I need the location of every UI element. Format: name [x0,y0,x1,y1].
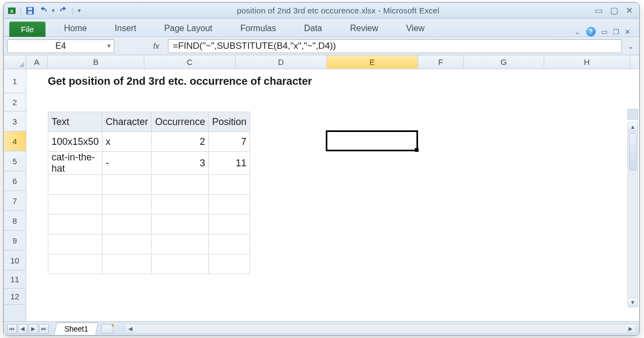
table-cell[interactable]: 100x15x50 [48,132,103,152]
maximize-icon[interactable]: ▢ [610,5,618,16]
row-header-8[interactable]: 8 [4,211,26,231]
table-cell[interactable]: - [103,152,152,175]
col-header-C[interactable]: C [144,55,236,69]
table-cell[interactable] [103,234,152,254]
hscroll-right-icon[interactable]: ▶ [626,325,635,333]
ribbon-tab-view[interactable]: View [404,20,427,36]
tab-last-icon[interactable]: ⏭ [39,324,49,334]
table-cell[interactable] [103,254,152,274]
ribbon-tab-review[interactable]: Review [348,20,380,36]
undo-icon[interactable] [38,6,48,16]
table-cell[interactable]: cat-in-the-hat [48,152,103,175]
row-header-3[interactable]: 3 [4,112,26,131]
close-icon[interactable]: ✕ [626,5,633,16]
split-box[interactable] [627,109,638,120]
row-header-2[interactable]: 2 [4,93,26,112]
window-min-icon[interactable]: ▭ [601,28,608,36]
table-cell[interactable] [48,234,103,254]
tab-next-icon[interactable]: ▶ [28,324,38,334]
redo-icon[interactable] [59,6,69,16]
table-cell[interactable] [103,195,152,215]
table-cell[interactable] [209,195,250,215]
vertical-scrollbar[interactable]: ▲ ▼ [627,122,638,307]
col-header-A[interactable]: A [26,55,48,69]
name-box-dropdown-icon[interactable]: ▼ [106,43,112,49]
col-header-G[interactable]: G [464,55,544,69]
table-cell[interactable] [152,215,209,234]
window-close-icon[interactable]: ✕ [625,28,631,36]
col-header-B[interactable]: B [48,55,144,69]
table-cell[interactable] [48,175,103,195]
minimize-icon[interactable]: ▭ [595,5,603,16]
scroll-thumb[interactable] [629,133,636,171]
table-cell[interactable] [152,195,209,215]
table-cell[interactable] [209,175,250,195]
formula-input[interactable]: =FIND("~",SUBSTITUTE(B4,"x","~",D4)) [168,39,622,53]
fx-icon[interactable]: fx [148,39,165,53]
hscroll-left-icon[interactable]: ◀ [126,325,135,333]
table-cell[interactable]: 11 [209,152,250,175]
help-icon[interactable]: ? [586,27,596,36]
window-restore-icon[interactable]: ❐ [613,28,619,36]
formula-expand-icon[interactable]: ⌄ [625,42,636,50]
table-header[interactable]: Position [209,112,250,132]
col-header-H[interactable]: H [544,55,630,69]
table-cell[interactable]: 2 [152,132,209,152]
excel-icon: X [7,6,17,16]
tab-prev-icon[interactable]: ◀ [18,324,27,334]
col-header-E[interactable]: E [327,55,418,69]
row-header-9[interactable]: 9 [4,231,26,251]
row-header-11[interactable]: 11 [4,270,26,289]
row-header-6[interactable]: 6 [4,171,26,191]
table-cell[interactable] [209,254,250,274]
svg-text:X: X [10,9,13,14]
new-sheet-icon[interactable] [101,324,113,334]
row-headers: 123456789101112 [4,69,26,321]
table-cell[interactable] [103,215,152,234]
table-cell[interactable] [48,195,103,215]
table-cell[interactable]: 3 [152,152,209,175]
qat-customize-icon[interactable]: ▼ [77,8,82,13]
table-header[interactable]: Character [103,112,152,132]
sheet-tab[interactable]: Sheet1 [54,322,99,335]
table-cell[interactable] [209,234,250,254]
ribbon-tab-home[interactable]: Home [62,20,89,36]
select-all-corner[interactable] [4,55,26,69]
row-header-7[interactable]: 7 [4,191,26,211]
file-tab[interactable]: File [9,21,46,37]
ribbon-tab-insert[interactable]: Insert [113,20,138,36]
ribbon-tab-data[interactable]: Data [302,20,324,36]
row-header-12[interactable]: 12 [4,289,26,305]
table-cell[interactable] [103,175,152,195]
scroll-down-icon[interactable]: ▼ [628,297,638,307]
tab-first-icon[interactable]: ⏮ [7,324,17,334]
row-header-10[interactable]: 10 [4,251,26,270]
table-header[interactable]: Occurrence [152,112,209,132]
row-header-4[interactable]: 4 [4,131,26,151]
ribbon-tab-page-layout[interactable]: Page Layout [162,20,215,36]
window-title: position of 2nd 3rd etc occurence.xlsx -… [82,6,595,15]
table-cell[interactable] [48,254,103,274]
save-icon[interactable] [25,6,35,16]
table-cell[interactable] [152,234,209,254]
table-cell[interactable] [152,175,209,195]
horizontal-scrollbar[interactable]: ◀ ▶ [125,324,636,334]
row-header-1[interactable]: 1 [4,69,26,93]
col-header-D[interactable]: D [236,55,327,69]
tab-nav: ⏮ ◀ ▶ ⏭ [7,324,49,334]
table-header[interactable]: Text [48,112,103,132]
col-header-F[interactable]: F [418,55,464,69]
table-cell[interactable] [48,215,103,234]
table-cell[interactable]: x [103,132,152,152]
undo-dropdown-icon[interactable]: ▼ [51,8,56,13]
cells-area[interactable]: Get position of 2nd 3rd etc. occurrence … [26,69,639,321]
table-cell[interactable] [152,254,209,274]
sheet-tab-label: Sheet1 [64,325,88,333]
name-box[interactable]: E4 ▼ [7,39,114,53]
table-cell[interactable]: 7 [209,132,250,152]
scroll-up-icon[interactable]: ▲ [628,122,638,132]
row-header-5[interactable]: 5 [4,151,26,171]
table-cell[interactable] [209,215,250,234]
ribbon-tab-formulas[interactable]: Formulas [238,20,279,36]
ribbon-minimize-icon[interactable]: ⌄ [574,27,581,36]
